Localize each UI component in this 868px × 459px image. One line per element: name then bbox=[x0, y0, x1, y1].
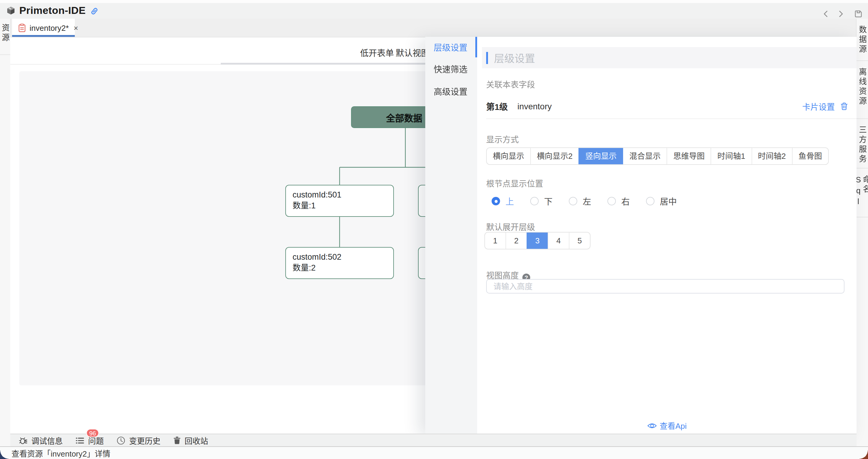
display-mode-vertical[interactable]: 竖向显示 bbox=[579, 148, 623, 164]
radio-icon bbox=[569, 197, 577, 205]
app-window: Primeton-IDE bbox=[0, 0, 868, 459]
view-api-link[interactable]: 查看Api bbox=[477, 420, 857, 431]
title-bar: Primeton-IDE bbox=[0, 3, 868, 19]
display-mode-horizontal2[interactable]: 横向显示2 bbox=[530, 148, 579, 164]
display-mode-timeline1[interactable]: 时间轴1 bbox=[711, 148, 751, 164]
root-position-right[interactable]: 右 bbox=[608, 195, 630, 207]
expand-level-2[interactable]: 2 bbox=[505, 232, 527, 249]
display-mode-timeline2[interactable]: 时间轴2 bbox=[751, 148, 792, 164]
view-tab-default-view[interactable]: 默认视图 bbox=[396, 47, 430, 59]
right-rail-item-offline-resources[interactable]: 离线资源 bbox=[857, 61, 868, 119]
root-position-label: 根节点显示位置 bbox=[486, 177, 543, 189]
panel-header-accent bbox=[486, 52, 488, 64]
root-position-center[interactable]: 居中 bbox=[646, 195, 677, 207]
tab-bar: inventory2* × bbox=[10, 19, 857, 37]
bottom-toolbar: 调试信息 问题 变更历史 回收站 bbox=[10, 434, 857, 446]
window-top-strip bbox=[0, 0, 868, 3]
radio-icon bbox=[492, 197, 500, 205]
left-rail: 资源 bbox=[0, 19, 11, 446]
display-mode-mixed[interactable]: 混合显示 bbox=[623, 148, 667, 164]
display-mode-fishbone[interactable]: 鱼骨图 bbox=[792, 148, 828, 164]
status-text: 查看资源「inventory2」详情 bbox=[11, 447, 111, 459]
change-history-button[interactable]: 变更历史 bbox=[116, 434, 160, 446]
display-mode-horizontal[interactable]: 横向显示 bbox=[487, 148, 530, 164]
tree-node-502[interactable]: customId:502 数量:2 bbox=[285, 247, 394, 279]
panel-title: 层级设置 bbox=[494, 50, 535, 65]
view-tab-lowcode-form[interactable]: 低开表单 bbox=[360, 47, 394, 59]
nav-forward-button[interactable] bbox=[838, 10, 846, 18]
canvas-top-divider-band bbox=[221, 63, 444, 65]
link-icon[interactable] bbox=[90, 6, 99, 16]
recycle-bin-button[interactable]: 回收站 bbox=[173, 434, 208, 446]
nav-back-button[interactable] bbox=[822, 10, 831, 18]
right-rail-item-third-party-services[interactable]: 三方服务 bbox=[857, 119, 868, 169]
row-divider bbox=[486, 118, 857, 119]
tab-active-underline bbox=[12, 35, 75, 37]
settings-menu: 层级设置 快速筛选 高级设置 bbox=[425, 37, 477, 434]
tab-inventory2[interactable]: inventory2* × bbox=[12, 19, 75, 37]
card-settings-link[interactable]: 卡片设置 bbox=[802, 100, 835, 112]
level-number: 第1级 bbox=[486, 100, 508, 112]
app-title: Primeton-IDE bbox=[19, 5, 86, 17]
tab-close-icon[interactable]: × bbox=[73, 24, 78, 32]
display-mode-group: 横向显示 横向显示2 竖向显示 混合显示 思维导图 时间轴1 时间轴2 鱼骨图 bbox=[486, 147, 829, 165]
tree-node-501[interactable]: customId:501 数量:1 bbox=[285, 185, 394, 217]
status-bar: 查看资源「inventory2」详情 bbox=[0, 446, 868, 459]
radio-icon bbox=[646, 197, 654, 205]
resource-file-icon bbox=[18, 23, 26, 32]
root-position-top[interactable]: 上 bbox=[492, 195, 514, 207]
right-rail-item-datasource[interactable]: 数据源 bbox=[857, 19, 868, 61]
menu-item-hierarchy-settings[interactable]: 层级设置 bbox=[434, 42, 467, 54]
problems-count-badge: 96 bbox=[86, 429, 99, 437]
panel-header: 层级设置 bbox=[482, 47, 857, 68]
radio-icon bbox=[530, 197, 539, 205]
display-mode-label: 显示方式 bbox=[486, 133, 519, 145]
level-field-name: inventory bbox=[518, 102, 552, 111]
right-rail-item-named-sql[interactable]: 命名Sql bbox=[857, 169, 868, 218]
settings-overlay-panel: 层级设置 快速筛选 高级设置 层级设置 关联本表字段 第1级 inventory… bbox=[425, 37, 857, 434]
active-menu-indicator bbox=[475, 37, 477, 57]
save-button[interactable] bbox=[854, 9, 862, 19]
delete-level-icon[interactable] bbox=[840, 102, 848, 111]
right-rail: 数据源 离线资源 三方服务 命名Sql bbox=[856, 19, 868, 446]
menu-item-quick-filter[interactable]: 快速筛选 bbox=[434, 63, 467, 76]
expand-level-4[interactable]: 4 bbox=[548, 232, 569, 249]
display-mode-mindmap[interactable]: 思维导图 bbox=[667, 148, 711, 164]
expand-level-3[interactable]: 3 bbox=[527, 232, 548, 249]
left-rail-item-resources[interactable]: 资源 bbox=[0, 19, 10, 55]
level-row: 第1级 inventory 卡片设置 bbox=[486, 100, 848, 112]
root-position-left[interactable]: 左 bbox=[569, 195, 591, 207]
view-height-input[interactable] bbox=[486, 279, 844, 293]
expand-level-1[interactable]: 1 bbox=[485, 232, 505, 249]
root-position-group: 上 下 左 右 居中 bbox=[492, 195, 677, 207]
radio-icon bbox=[608, 197, 616, 205]
related-field-label: 关联本表字段 bbox=[486, 78, 535, 90]
tab-label: inventory2* bbox=[30, 23, 69, 32]
menu-item-advanced-settings[interactable]: 高级设置 bbox=[434, 86, 467, 98]
expand-level-5[interactable]: 5 bbox=[569, 232, 590, 249]
expand-level-group: 1 2 3 4 5 bbox=[484, 232, 591, 250]
primeton-logo-icon bbox=[6, 6, 16, 16]
expand-level-label: 默认展开层级 bbox=[486, 221, 535, 232]
debug-info-button[interactable]: 调试信息 bbox=[19, 434, 63, 446]
root-position-bottom[interactable]: 下 bbox=[530, 195, 553, 207]
